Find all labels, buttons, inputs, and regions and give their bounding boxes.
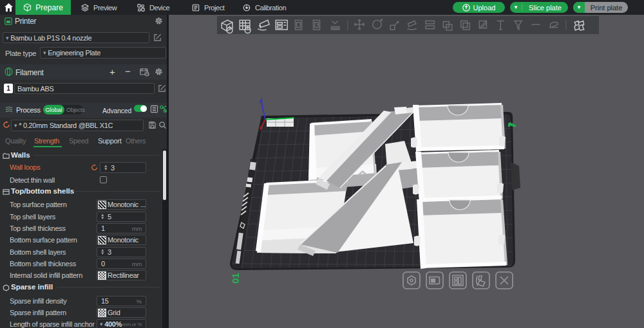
- svg-text:01: 01: [230, 273, 241, 284]
